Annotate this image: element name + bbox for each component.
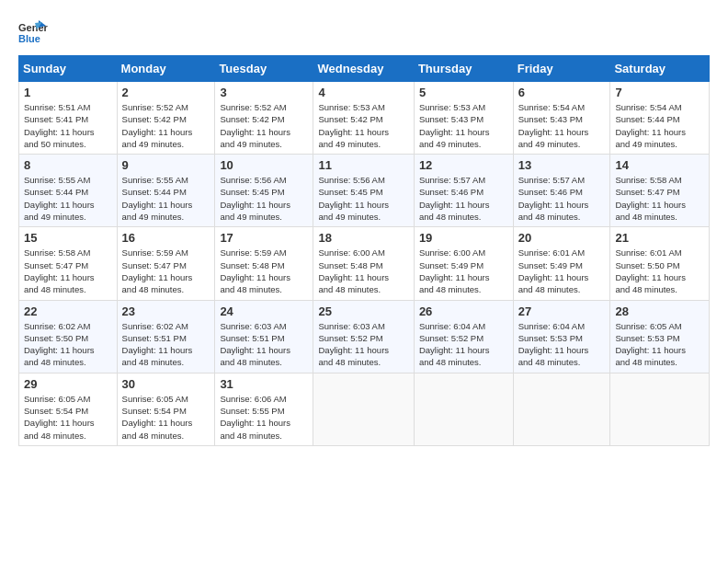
day-detail: Sunrise: 5:53 AMSunset: 5:42 PMDaylight:… xyxy=(318,101,408,150)
calendar-cell: 22 Sunrise: 6:02 AMSunset: 5:50 PMDaylig… xyxy=(19,300,118,373)
calendar-week-row: 15 Sunrise: 5:58 AMSunset: 5:47 PMDaylig… xyxy=(19,227,710,300)
calendar-cell: 5 Sunrise: 5:53 AMSunset: 5:43 PMDayligh… xyxy=(414,82,513,155)
calendar-cell: 8 Sunrise: 5:55 AMSunset: 5:44 PMDayligh… xyxy=(19,155,118,227)
day-number: 18 xyxy=(318,231,408,245)
calendar-cell: 20 Sunrise: 6:01 AMSunset: 5:49 PMDaylig… xyxy=(513,227,610,300)
calendar-week-row: 1 Sunrise: 5:51 AMSunset: 5:41 PMDayligh… xyxy=(19,82,710,155)
day-number: 27 xyxy=(518,304,606,318)
calendar-cell: 21 Sunrise: 6:01 AMSunset: 5:50 PMDaylig… xyxy=(610,227,710,300)
calendar-week-row: 22 Sunrise: 6:02 AMSunset: 5:50 PMDaylig… xyxy=(19,300,710,373)
calendar-cell: 13 Sunrise: 5:57 AMSunset: 5:46 PMDaylig… xyxy=(513,155,610,227)
day-detail: Sunrise: 6:06 AMSunset: 5:55 PMDaylight:… xyxy=(220,393,308,442)
day-detail: Sunrise: 6:03 AMSunset: 5:52 PMDaylight:… xyxy=(318,320,408,369)
day-detail: Sunrise: 6:04 AMSunset: 5:53 PMDaylight:… xyxy=(518,320,606,369)
day-number: 20 xyxy=(518,231,606,245)
day-detail: Sunrise: 5:59 AMSunset: 5:48 PMDaylight:… xyxy=(220,247,308,295)
calendar-cell: 2 Sunrise: 5:52 AMSunset: 5:42 PMDayligh… xyxy=(117,82,215,155)
day-number: 26 xyxy=(419,304,508,318)
calendar-cell: 27 Sunrise: 6:04 AMSunset: 5:53 PMDaylig… xyxy=(513,300,610,373)
day-header-saturday: Saturday xyxy=(610,56,710,82)
day-number: 17 xyxy=(220,231,308,245)
day-detail: Sunrise: 5:56 AMSunset: 5:45 PMDaylight:… xyxy=(318,174,408,223)
calendar-cell: 26 Sunrise: 6:04 AMSunset: 5:52 PMDaylig… xyxy=(414,300,513,373)
calendar-cell: 23 Sunrise: 6:02 AMSunset: 5:51 PMDaylig… xyxy=(117,300,215,373)
day-detail: Sunrise: 5:57 AMSunset: 5:46 PMDaylight:… xyxy=(518,174,606,223)
day-number: 29 xyxy=(24,377,112,391)
svg-text:General: General xyxy=(18,22,48,33)
calendar-cell: 10 Sunrise: 5:56 AMSunset: 5:45 PMDaylig… xyxy=(215,155,313,227)
calendar-cell: 17 Sunrise: 5:59 AMSunset: 5:48 PMDaylig… xyxy=(215,227,313,300)
day-detail: Sunrise: 6:01 AMSunset: 5:49 PMDaylight:… xyxy=(518,247,606,295)
day-detail: Sunrise: 6:02 AMSunset: 5:50 PMDaylight:… xyxy=(24,320,112,369)
calendar-cell: 14 Sunrise: 5:58 AMSunset: 5:47 PMDaylig… xyxy=(610,155,710,227)
day-detail: Sunrise: 5:57 AMSunset: 5:46 PMDaylight:… xyxy=(419,174,508,223)
day-detail: Sunrise: 6:05 AMSunset: 5:54 PMDaylight:… xyxy=(24,393,112,442)
day-number: 13 xyxy=(518,158,606,172)
day-detail: Sunrise: 5:55 AMSunset: 5:44 PMDaylight:… xyxy=(122,174,210,223)
day-number: 21 xyxy=(615,231,704,245)
calendar-cell: 31 Sunrise: 6:06 AMSunset: 5:55 PMDaylig… xyxy=(215,373,313,445)
day-detail: Sunrise: 6:04 AMSunset: 5:52 PMDaylight:… xyxy=(419,320,508,369)
day-number: 25 xyxy=(318,304,408,318)
calendar-cell xyxy=(313,373,414,445)
day-detail: Sunrise: 5:55 AMSunset: 5:44 PMDaylight:… xyxy=(24,174,112,223)
day-detail: Sunrise: 5:54 AMSunset: 5:43 PMDaylight:… xyxy=(518,101,606,150)
calendar-cell xyxy=(414,373,513,445)
day-detail: Sunrise: 6:01 AMSunset: 5:50 PMDaylight:… xyxy=(615,247,704,295)
day-detail: Sunrise: 6:05 AMSunset: 5:54 PMDaylight:… xyxy=(122,393,210,442)
calendar-cell: 28 Sunrise: 6:05 AMSunset: 5:53 PMDaylig… xyxy=(610,300,710,373)
day-number: 7 xyxy=(615,86,704,99)
svg-text:Blue: Blue xyxy=(18,33,40,44)
day-detail: Sunrise: 6:00 AMSunset: 5:48 PMDaylight:… xyxy=(318,247,408,295)
day-header-sunday: Sunday xyxy=(19,56,118,82)
day-number: 12 xyxy=(419,158,508,172)
calendar-cell: 24 Sunrise: 6:03 AMSunset: 5:51 PMDaylig… xyxy=(215,300,313,373)
day-detail: Sunrise: 6:05 AMSunset: 5:53 PMDaylight:… xyxy=(615,320,704,369)
logo-icon: General Blue xyxy=(18,18,48,48)
calendar-cell: 18 Sunrise: 6:00 AMSunset: 5:48 PMDaylig… xyxy=(313,227,414,300)
day-number: 10 xyxy=(220,158,308,172)
calendar-cell: 6 Sunrise: 5:54 AMSunset: 5:43 PMDayligh… xyxy=(513,82,610,155)
calendar-table: SundayMondayTuesdayWednesdayThursdayFrid… xyxy=(18,55,710,446)
day-number: 16 xyxy=(122,231,210,245)
day-detail: Sunrise: 5:59 AMSunset: 5:47 PMDaylight:… xyxy=(122,247,210,295)
day-number: 2 xyxy=(122,86,210,99)
calendar-cell: 16 Sunrise: 5:59 AMSunset: 5:47 PMDaylig… xyxy=(117,227,215,300)
calendar-week-row: 8 Sunrise: 5:55 AMSunset: 5:44 PMDayligh… xyxy=(19,155,710,227)
day-header-tuesday: Tuesday xyxy=(215,56,313,82)
calendar-header-row: SundayMondayTuesdayWednesdayThursdayFrid… xyxy=(19,56,710,82)
day-header-monday: Monday xyxy=(117,56,215,82)
calendar-cell: 4 Sunrise: 5:53 AMSunset: 5:42 PMDayligh… xyxy=(313,82,414,155)
day-detail: Sunrise: 5:58 AMSunset: 5:47 PMDaylight:… xyxy=(24,247,112,295)
day-number: 8 xyxy=(24,158,112,172)
calendar-cell: 12 Sunrise: 5:57 AMSunset: 5:46 PMDaylig… xyxy=(414,155,513,227)
page-header: General Blue xyxy=(18,18,710,48)
day-number: 3 xyxy=(220,86,308,99)
day-header-friday: Friday xyxy=(513,56,610,82)
day-detail: Sunrise: 5:53 AMSunset: 5:43 PMDaylight:… xyxy=(419,101,508,150)
day-detail: Sunrise: 6:02 AMSunset: 5:51 PMDaylight:… xyxy=(122,320,210,369)
logo: General Blue xyxy=(18,18,48,48)
day-number: 31 xyxy=(220,377,308,391)
day-number: 11 xyxy=(318,158,408,172)
day-number: 23 xyxy=(122,304,210,318)
calendar-cell: 9 Sunrise: 5:55 AMSunset: 5:44 PMDayligh… xyxy=(117,155,215,227)
calendar-cell: 7 Sunrise: 5:54 AMSunset: 5:44 PMDayligh… xyxy=(610,82,710,155)
day-detail: Sunrise: 5:52 AMSunset: 5:42 PMDaylight:… xyxy=(122,101,210,150)
day-number: 22 xyxy=(24,304,112,318)
day-number: 19 xyxy=(419,231,508,245)
calendar-cell: 29 Sunrise: 6:05 AMSunset: 5:54 PMDaylig… xyxy=(19,373,118,445)
day-detail: Sunrise: 5:54 AMSunset: 5:44 PMDaylight:… xyxy=(615,101,704,150)
day-number: 28 xyxy=(615,304,704,318)
calendar-cell: 3 Sunrise: 5:52 AMSunset: 5:42 PMDayligh… xyxy=(215,82,313,155)
day-detail: Sunrise: 5:52 AMSunset: 5:42 PMDaylight:… xyxy=(220,101,308,150)
day-number: 1 xyxy=(24,86,112,99)
day-number: 6 xyxy=(518,86,606,99)
calendar-cell: 30 Sunrise: 6:05 AMSunset: 5:54 PMDaylig… xyxy=(117,373,215,445)
day-number: 4 xyxy=(318,86,408,99)
day-number: 30 xyxy=(122,377,210,391)
day-header-thursday: Thursday xyxy=(414,56,513,82)
day-number: 14 xyxy=(615,158,704,172)
calendar-cell xyxy=(513,373,610,445)
day-number: 5 xyxy=(419,86,508,99)
